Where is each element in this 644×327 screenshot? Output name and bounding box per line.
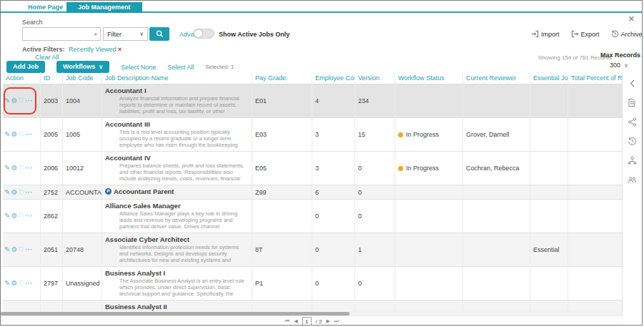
table-row[interactable]: ✎ ⚙ ♡ ··· 2797 Unassigned P Business Ana… (3, 267, 623, 301)
job-name[interactable]: P Associate Cyber Architect (105, 235, 249, 243)
favorite-heart-icon[interactable]: ♡ (18, 213, 24, 220)
import-button[interactable]: Import (531, 30, 560, 38)
edit-icon[interactable]: ✎ (4, 246, 10, 253)
settings-gear-icon[interactable]: ⚙ (11, 97, 17, 104)
col-header-pay-grade[interactable]: Pay Grade: (252, 72, 312, 84)
edit-icon[interactable]: ✎ (4, 165, 10, 172)
add-job-button[interactable]: Add Job (6, 61, 45, 73)
favorite-heart-icon[interactable]: ♡ (18, 131, 24, 138)
table-row[interactable]: ✎ ⚙ ♡ ··· 2003 1004 P Accountant I Analy… (3, 84, 623, 118)
cell-job-description: P Associate Cyber Architect Identifies i… (102, 233, 252, 266)
col-header-current-reviewer[interactable]: Current Reviewer (463, 72, 530, 84)
favorite-heart-icon[interactable]: ♡ (18, 189, 24, 196)
favorite-heart-icon[interactable]: ♡ (18, 97, 24, 104)
table-row[interactable]: ✎ ⚙ ♡ ··· 2752 ACCOUNTANT P Accountant P… (3, 185, 623, 200)
horizontal-scrollbar[interactable] (1, 311, 623, 316)
favorite-heart-icon[interactable]: ♡ (18, 165, 24, 172)
favorite-heart-icon[interactable]: ♡ (18, 246, 24, 253)
document-preview-icon[interactable] (628, 97, 638, 107)
archives-button[interactable]: Archives (611, 30, 643, 38)
max-records-dropdown[interactable]: 300∨ (610, 62, 628, 69)
filter-chip-recently-viewed[interactable]: Recently Viewed× (69, 46, 122, 53)
col-header-version[interactable]: Version (355, 72, 395, 84)
workflows-button[interactable]: Workflows∨ (56, 61, 109, 73)
cell-job-code: 20748 (63, 233, 102, 266)
next-page-icon[interactable]: ▶ (326, 318, 330, 325)
collapse-panel-icon[interactable] (628, 78, 638, 88)
table-row[interactable]: ✎ ⚙ ♡ ··· 2051 20748 P Associate Cyber A… (3, 233, 623, 267)
cell-version: 0 (355, 185, 395, 199)
col-header-action[interactable]: Action (3, 72, 41, 84)
export-button[interactable]: Export (571, 30, 600, 38)
job-name[interactable]: P Business Analyst II (105, 303, 249, 311)
history-icon[interactable] (628, 136, 638, 146)
cell-total-percent (568, 152, 623, 185)
table-row[interactable]: ✎ ⚙ ♡ ··· 2791 Unassigned P Business Ana… (3, 301, 623, 311)
col-header-job-description-name[interactable]: Job Description Name (102, 72, 252, 84)
tab-job-management[interactable]: Job Management (66, 2, 142, 13)
favorite-heart-icon[interactable]: ♡ (18, 280, 24, 287)
table-row[interactable]: ✎ ⚙ ♡ ··· 2005 1005 P Accountant III Thi… (3, 118, 623, 152)
col-header-id[interactable]: ID (41, 72, 63, 84)
edit-icon[interactable]: ✎ (4, 280, 10, 287)
settings-gear-icon[interactable]: ⚙ (11, 131, 17, 138)
audience-group-icon[interactable] (628, 175, 638, 185)
job-name[interactable]: P Accountant I (105, 87, 249, 94)
first-page-icon[interactable]: ⏮ (285, 318, 289, 325)
search-button[interactable] (149, 27, 169, 41)
table-row[interactable]: ✎ ⚙ ♡ ··· 2862 P Alliance Sales Manager … (3, 200, 623, 233)
filter-dropdown-label: Filter (107, 31, 122, 38)
scrollbar-thumb[interactable] (1, 312, 350, 316)
job-name[interactable]: P Alliance Sales Manager (105, 202, 249, 210)
close-icon[interactable]: ✕ (628, 15, 635, 22)
col-header-workflow-status[interactable]: Workflow Status (395, 72, 463, 84)
edit-icon[interactable]: ✎ (4, 131, 10, 138)
remove-filter-icon[interactable]: × (118, 46, 122, 53)
col-header-job-code[interactable]: Job Code (63, 72, 102, 84)
tab-home-page[interactable]: Home Page (16, 2, 74, 13)
org-chart-icon[interactable] (628, 155, 638, 165)
filter-dropdown[interactable]: Filter ∨ (103, 27, 148, 41)
more-actions-icon[interactable]: ··· (25, 280, 33, 287)
cell-total-percent (568, 233, 623, 266)
job-name[interactable]: P Accountant Parent (105, 187, 249, 195)
more-actions-icon[interactable]: ··· (25, 189, 33, 196)
share-icon[interactable] (628, 117, 638, 127)
page-number-input[interactable] (302, 317, 312, 326)
more-actions-icon[interactable]: ··· (25, 165, 33, 172)
cell-workflow-status (395, 267, 463, 300)
cell-job-description: P Business Analyst I The Associate Busin… (102, 267, 252, 300)
prev-page-icon[interactable]: ◀ (294, 318, 297, 325)
settings-gear-icon[interactable]: ⚙ (11, 165, 17, 172)
cell-current-reviewer: Cochran, Rebecca (463, 152, 530, 185)
clear-search-icon[interactable]: × (94, 31, 97, 38)
col-header-employee-count[interactable]: Employee Count (312, 72, 355, 84)
job-name[interactable]: P Business Analyst I (105, 269, 249, 277)
more-actions-icon[interactable]: ··· (25, 97, 33, 104)
settings-gear-icon[interactable]: ⚙ (11, 189, 17, 196)
job-name[interactable]: P Accountant III (105, 120, 249, 128)
in-progress-status-icon (398, 166, 403, 171)
edit-icon[interactable]: ✎ (4, 189, 10, 196)
col-header-total-percent-remote[interactable]: Total Percent of Remote (568, 72, 623, 84)
search-label: Search (22, 19, 43, 26)
col-header-essential-job[interactable]: Essential Job (530, 72, 568, 84)
job-name-text: Alliance Sales Manager (105, 202, 181, 210)
search-input[interactable] (22, 27, 101, 41)
edit-icon[interactable]: ✎ (4, 97, 10, 104)
table-row[interactable]: ✎ ⚙ ♡ ··· 2006 10012 P Accountant IV Pre… (3, 152, 623, 185)
show-active-jobs-toggle[interactable] (193, 29, 214, 39)
last-page-icon[interactable]: ⏭ (335, 318, 339, 325)
clear-all-link[interactable]: Clear All (35, 54, 59, 61)
job-name[interactable]: P Accountant IV (105, 154, 249, 162)
select-all-link[interactable]: Select All (167, 64, 194, 71)
settings-gear-icon[interactable]: ⚙ (11, 246, 17, 253)
settings-gear-icon[interactable]: ⚙ (11, 280, 17, 287)
more-actions-icon[interactable]: ··· (25, 213, 33, 220)
cell-current-reviewer (463, 200, 530, 233)
settings-gear-icon[interactable]: ⚙ (11, 213, 17, 220)
more-actions-icon[interactable]: ··· (25, 246, 33, 253)
more-actions-icon[interactable]: ··· (25, 131, 33, 138)
edit-icon[interactable]: ✎ (4, 213, 10, 220)
select-none-link[interactable]: Select None (121, 64, 156, 71)
